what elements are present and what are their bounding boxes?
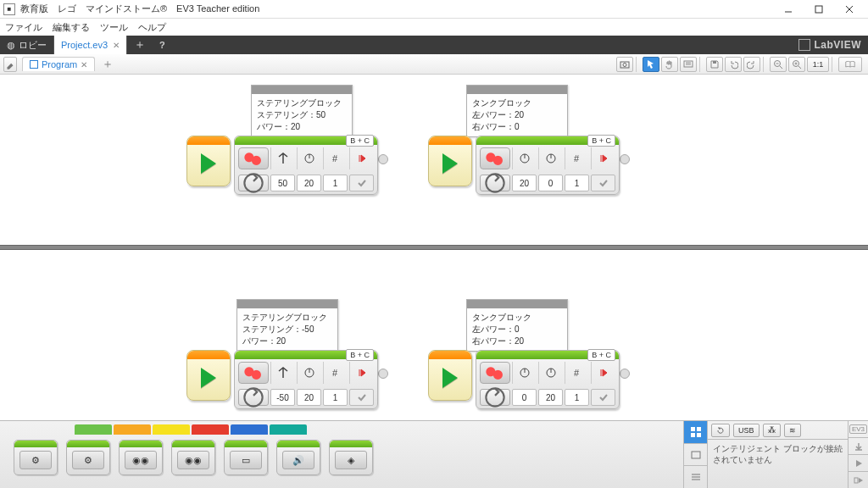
brake-value[interactable] [349, 389, 374, 406]
palette-move-steering[interactable]: ◉◉ [119, 440, 163, 475]
close-button[interactable] [834, 1, 865, 18]
menu-file[interactable]: ファイル [5, 21, 42, 34]
help-button[interactable]: ? [153, 36, 172, 54]
mode-selector[interactable] [480, 389, 510, 406]
tab-project[interactable]: Project.ev3 ✕ [54, 36, 127, 54]
move-steering-block[interactable]: B + C # -50 20 1 [234, 350, 378, 409]
palette-items: ⚙ ⚙ ◉◉ ◉◉ ▭ 🔊 ◈ [7, 436, 676, 479]
port-selector[interactable]: B + C [587, 349, 615, 361]
right-power-value[interactable]: 0 [538, 175, 563, 191]
brake-value[interactable] [591, 175, 615, 191]
brake-value[interactable] [349, 175, 374, 191]
palette-large-motor[interactable]: ⚙ [66, 440, 110, 475]
port-selector[interactable]: B + C [587, 135, 615, 147]
save-button[interactable] [706, 57, 723, 72]
wifi-button[interactable]: ≋ [784, 424, 801, 437]
palette-sound[interactable]: 🔊 [276, 440, 320, 475]
left-power-value[interactable]: 20 [512, 175, 537, 191]
download-button[interactable] [849, 438, 868, 455]
menu-help[interactable]: ヘルプ [138, 21, 166, 34]
steering-value[interactable]: 50 [270, 175, 295, 191]
palette-move-tank[interactable]: ◉◉ [171, 440, 215, 475]
download-run-button[interactable] [849, 455, 868, 472]
wrench-icon [4, 58, 16, 70]
close-icon[interactable]: ✕ [113, 41, 120, 50]
left-power-value[interactable]: 0 [512, 389, 537, 406]
project-properties-button[interactable] [3, 57, 17, 72]
redo-button[interactable] [743, 57, 760, 72]
palette-tab-sensor[interactable] [153, 424, 190, 435]
pointer-tool[interactable] [643, 57, 659, 72]
comment-handle[interactable] [252, 86, 352, 94]
port-selector[interactable]: B + C [346, 349, 374, 361]
usb-button[interactable]: USB [733, 424, 760, 437]
new-tab-button[interactable]: ＋ [127, 36, 153, 54]
comment-steering-1[interactable]: ステアリングブロック ステアリング：50 パワー：20 [251, 85, 353, 137]
mode-selector[interactable] [480, 175, 510, 191]
sequence-plug[interactable] [620, 136, 633, 178]
canvas-top[interactable]: ステアリングブロック ステアリング：50 パワー：20 タンクブロック 左パワー… [0, 75, 868, 245]
comment-tool[interactable] [680, 57, 697, 72]
palette-medium-motor[interactable]: ⚙ [14, 440, 58, 475]
brick-info-tab[interactable] [684, 421, 707, 444]
comment-handle[interactable] [237, 300, 337, 308]
rotations-value[interactable]: 1 [323, 175, 348, 191]
comment-handle[interactable] [467, 300, 567, 308]
menu-edit[interactable]: 編集する [53, 21, 90, 34]
close-icon[interactable]: ✕ [81, 60, 87, 69]
right-power-value[interactable]: 20 [538, 389, 563, 406]
content-editor-button[interactable] [838, 57, 862, 72]
palette-tab-action[interactable] [75, 424, 112, 435]
comment-handle[interactable] [467, 86, 567, 94]
zoom-out-button[interactable] [770, 57, 787, 72]
sequence-plug[interactable] [378, 350, 392, 392]
port-view-tab[interactable] [684, 444, 707, 467]
screenshot-button[interactable] [616, 57, 633, 72]
menu-tools[interactable]: ツール [100, 21, 128, 34]
power-value[interactable]: 20 [297, 389, 321, 406]
refresh-button[interactable] [711, 424, 730, 437]
available-bricks-tab[interactable] [684, 466, 707, 488]
power-icon [297, 147, 321, 169]
undo-button[interactable] [725, 57, 742, 72]
comment-tank-1[interactable]: タンクブロック 左パワー：20 右パワー：0 [466, 85, 568, 137]
tab-program[interactable]: Program ✕ [22, 57, 95, 71]
program-canvas[interactable]: ステアリングブロック ステアリング：50 パワー：20 タンクブロック 左パワー… [0, 75, 868, 420]
pan-tool[interactable] [661, 57, 678, 72]
zoom-in-button[interactable] [788, 57, 805, 72]
start-block[interactable] [428, 136, 472, 186]
bluetooth-button[interactable]: ⁂ [763, 424, 781, 437]
move-tank-block[interactable]: B + C # 20 0 1 [476, 136, 620, 195]
power-value[interactable]: 20 [297, 175, 321, 191]
sequence-plug[interactable] [378, 136, 392, 178]
run-selected-button[interactable] [849, 472, 868, 488]
comment-steering-2[interactable]: ステアリングブロック ステアリング：-50 パワー：20 [236, 299, 338, 352]
brake-value[interactable] [591, 389, 615, 406]
palette-tab-advanced[interactable] [231, 424, 268, 435]
mode-selector[interactable] [238, 175, 269, 191]
zoom-reset-button[interactable]: 1:1 [807, 57, 829, 72]
move-tank-block[interactable]: B + C # 0 20 1 [476, 350, 620, 409]
canvas-bottom[interactable]: ステアリングブロック ステアリング：-50 パワー：20 タンクブロック 左パワ… [0, 250, 868, 420]
palette-brick-status-light[interactable]: ◈ [329, 440, 373, 475]
rotations-value[interactable]: 1 [565, 175, 589, 191]
tab-lobby[interactable]: ◍ ロビー [0, 36, 54, 54]
mode-selector[interactable] [238, 389, 269, 406]
start-block[interactable] [186, 136, 231, 186]
start-block[interactable] [428, 350, 472, 401]
maximize-button[interactable] [804, 1, 834, 18]
rotations-value[interactable]: 1 [323, 389, 348, 406]
minimize-button[interactable] [773, 1, 804, 18]
palette-tab-flow[interactable] [114, 424, 151, 435]
comment-tank-2[interactable]: タンクブロック 左パワー：0 右パワー：20 [466, 299, 568, 352]
palette-tab-myblocks[interactable] [270, 424, 307, 435]
rotations-value[interactable]: 1 [565, 389, 589, 406]
start-block[interactable] [186, 350, 231, 401]
move-steering-block[interactable]: B + C # 50 20 1 [234, 136, 378, 195]
palette-display[interactable]: ▭ [224, 440, 268, 475]
steering-value[interactable]: -50 [270, 389, 295, 406]
port-selector[interactable]: B + C [346, 135, 374, 147]
new-program-button[interactable]: ＋ [102, 57, 114, 72]
palette-tab-data[interactable] [192, 424, 229, 435]
sequence-plug[interactable] [620, 350, 633, 392]
